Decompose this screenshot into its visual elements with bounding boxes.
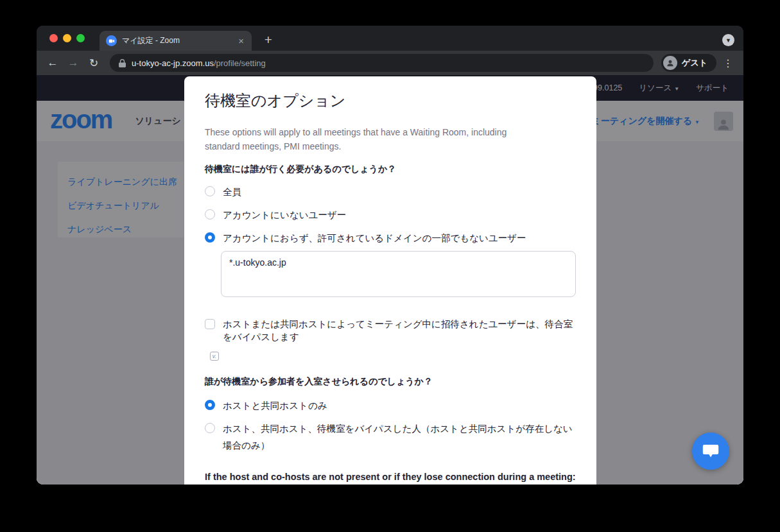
- close-window-button[interactable]: [49, 34, 58, 42]
- forward-icon[interactable]: →: [65, 55, 82, 71]
- radio-icon-selected[interactable]: [205, 232, 215, 243]
- tab-strip: マイ設定 - Zoom × + ▼: [37, 26, 743, 51]
- url-path: /profile/setting: [214, 58, 266, 68]
- tab-title: マイ設定 - Zoom: [122, 35, 232, 46]
- url-domain: u-tokyo-ac-jp.zoom.us: [132, 58, 214, 68]
- modal-title: 待機室のオプション: [205, 90, 576, 111]
- lock-icon: [119, 59, 126, 67]
- page-content: 88.799.0125 リソース▼ サポート zoom ソリューシ ミーティング…: [37, 75, 743, 485]
- window-controls: [49, 34, 85, 42]
- browser-window: マイ設定 - Zoom × + ▼ ← → ↻ u-tokyo-ac-jp.zo…: [37, 26, 743, 485]
- chat-widget-button[interactable]: [692, 433, 729, 470]
- reload-icon[interactable]: ↻: [85, 55, 102, 71]
- profile-avatar-icon: [663, 56, 677, 70]
- question-host-not-present: If the host and co-hosts are not present…: [205, 472, 576, 482]
- radio-option-host-cohosts-bypassed[interactable]: ホスト、共同ホスト、待機室をバイパスした人（ホストと共同ホストが存在しない場合の…: [205, 422, 576, 454]
- modal-description: These options will apply to all meetings…: [205, 125, 544, 153]
- radio-icon-selected[interactable]: [205, 400, 215, 410]
- question-who-goes-to-waiting-room: 待機室には誰が行く必要があるのでしょうか？: [205, 164, 576, 175]
- minimize-window-button[interactable]: [63, 34, 71, 42]
- tab-search-icon[interactable]: ▼: [722, 34, 734, 46]
- radio-option-everyone[interactable]: 全員: [205, 185, 576, 198]
- url-bar[interactable]: u-tokyo-ac-jp.zoom.us/profile/setting: [110, 54, 654, 72]
- radio-option-users-not-in-allowed-domains[interactable]: アカウントにおらず、許可されているドメインの一部でもないユーザー: [205, 232, 576, 245]
- allowed-domains-input[interactable]: *.u-tokyo.ac.jp: [221, 251, 576, 297]
- tab-close-icon[interactable]: ×: [237, 35, 245, 47]
- question-who-can-admit: 誰が待機室から参加者を入室させられるのでしょうか？: [205, 376, 576, 388]
- browser-tab[interactable]: マイ設定 - Zoom ×: [100, 31, 252, 51]
- unknown-glyph-icon: v.: [210, 352, 219, 361]
- radio-icon[interactable]: [205, 186, 215, 196]
- browser-toolbar: ← → ↻ u-tokyo-ac-jp.zoom.us/profile/sett…: [37, 51, 743, 75]
- new-tab-button[interactable]: +: [259, 31, 277, 49]
- desktop: マイ設定 - Zoom × + ▼ ← → ↻ u-tokyo-ac-jp.zo…: [0, 0, 780, 532]
- chat-bubble-icon: [702, 443, 719, 459]
- browser-menu-icon[interactable]: ⋮: [720, 57, 736, 69]
- waiting-room-options-modal: 待機室のオプション These options will apply to al…: [184, 76, 596, 485]
- radio-option-users-not-in-account[interactable]: アカウントにいないユーザー: [205, 209, 576, 221]
- fullscreen-window-button[interactable]: [76, 34, 85, 42]
- zoom-favicon-icon: [106, 35, 117, 46]
- radio-option-host-cohosts-only[interactable]: ホストと共同ホストのみ: [205, 399, 576, 412]
- radio-icon[interactable]: [205, 423, 215, 433]
- profile-button[interactable]: ゲスト: [661, 54, 716, 72]
- back-icon[interactable]: ←: [44, 55, 61, 71]
- profile-label: ゲスト: [682, 57, 707, 69]
- checkbox-bypass-invited-users[interactable]: ホストまたは共同ホストによってミーティング中に招待されたユーザーは、待合室をバイ…: [205, 318, 576, 343]
- checkbox-icon[interactable]: [205, 319, 215, 329]
- radio-icon[interactable]: [205, 209, 215, 219]
